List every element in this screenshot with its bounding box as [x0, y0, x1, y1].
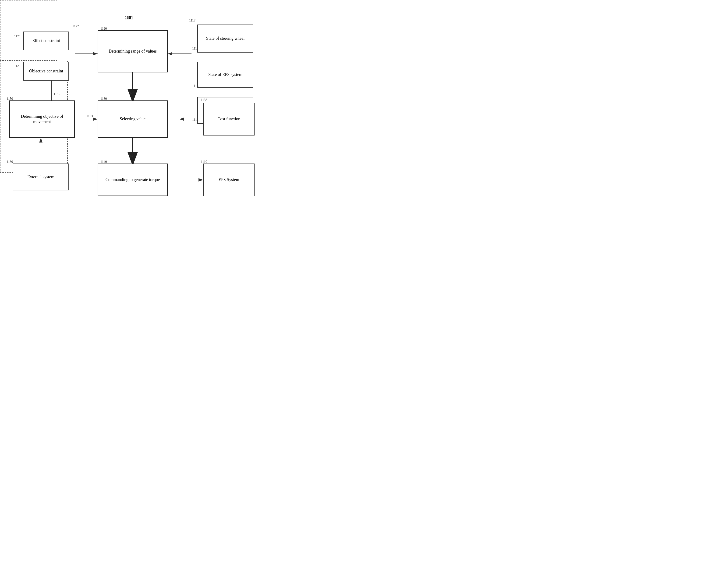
label-1122: 1122 [72, 24, 79, 28]
selecting-value-box: Selecting value [97, 101, 168, 138]
label-1110: 1110 [201, 160, 207, 164]
label-1133: 1133 [201, 98, 207, 102]
objective-constraint-box: Objective constraint [23, 62, 69, 81]
label-1135: 1135 [128, 154, 134, 158]
eps-system-box: EPS System [203, 164, 255, 196]
external-system-box: External system [13, 164, 69, 190]
constraints-dashed-box [0, 0, 57, 61]
label-1117: 1117 [189, 19, 195, 22]
label-1115: 1115 [192, 118, 198, 122]
label-1140: 1140 [101, 160, 107, 164]
cost-function-box: Cost function [203, 103, 255, 135]
state-eps-box: State of EPS system [197, 62, 253, 88]
label-1153: 1153 [86, 114, 93, 118]
effect-constraint-box: Effect constraint [23, 31, 69, 50]
label-1160: 1160 [6, 160, 13, 164]
label-1120: 1120 [101, 27, 107, 30]
label-1125: 1125 [128, 91, 134, 95]
label-1130: 1130 [101, 97, 107, 101]
label-1150: 1150 [6, 97, 13, 101]
label-1111: 1111 [192, 47, 198, 50]
label-1155: 1155 [54, 92, 60, 96]
state-steering-box: State of steering wheel [197, 24, 253, 52]
label-1126: 1126 [14, 64, 20, 68]
commanding-box: Commanding to generate torque [97, 164, 168, 196]
determining-objective-box: Determining objective of movement [9, 101, 75, 138]
label-1124: 1124 [14, 35, 20, 38]
label-1113: 1113 [192, 84, 198, 88]
label-1101: 1101 [125, 16, 131, 20]
determining-range-box: Determining range of values [97, 30, 168, 72]
diagram: 1101 Effect constraint Objective constra… [0, 0, 280, 229]
